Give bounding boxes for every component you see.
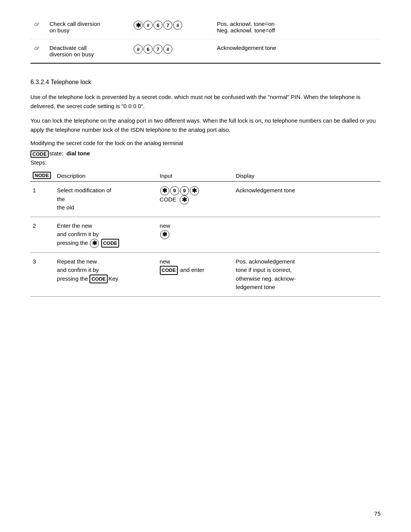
row2-desc: Enter the new and confirm it by pressing… (55, 217, 158, 252)
deactivate-desc: Deactivate calldiversion on busy (46, 39, 129, 64)
table-row: or Deactivate calldiversion on busy #67#… (30, 39, 381, 64)
row1-display: Acknowledgement tone (234, 182, 381, 217)
top-table: or Check call diversionon busy ✱#67# Pos… (30, 15, 381, 64)
check-call-desc: Check call diversionon busy (46, 15, 129, 39)
key-star3-r1: ✱ (180, 195, 189, 204)
table-row-1: 1 Select modification ofthethe old ✱99✱ … (30, 182, 381, 217)
row3-num: 3 (30, 252, 55, 296)
code-badge-r2: CODE (101, 239, 119, 248)
key-star2-r1: ✱ (190, 186, 199, 195)
header-display: Display (234, 169, 381, 182)
key-9a: 9 (170, 186, 179, 195)
check-call-keys: ✱#67# (129, 15, 213, 39)
key-9b: 9 (180, 186, 189, 195)
row2-num: 2 (30, 217, 55, 252)
deactivate-keys: #67# (129, 39, 213, 64)
key-hash1: # (143, 21, 153, 30)
code-badge-r3: CODE (89, 275, 108, 284)
row3-input: new CODE and enter (158, 252, 234, 296)
key-star: ✱ (134, 21, 143, 30)
row1-input: ✱99✱ CODE ✱ (158, 182, 234, 217)
steps-line: Steps: (30, 159, 381, 166)
state-value: dial tone (67, 150, 90, 157)
row2-input: new ✱ (158, 217, 234, 252)
paragraph-1: Use of the telephone lock is prevented b… (30, 93, 381, 111)
or-label-2: or (30, 39, 46, 64)
code-badge-input-r3: CODE (160, 266, 178, 275)
table-row-3: 3 Repeat the new and confirm it by press… (30, 252, 381, 296)
state-line: CODEstate: dial tone (30, 150, 381, 158)
key-hash4: # (163, 45, 172, 54)
modifying-label: Modifying the secret code for the lock o… (30, 140, 381, 146)
row1-num: 1 (30, 182, 55, 217)
state-text: state: (49, 150, 67, 157)
key-hash2: # (173, 21, 182, 30)
table-header-row: NODE Description Input Display (30, 169, 381, 182)
key-7: 7 (163, 21, 172, 30)
key-7b: 7 (153, 45, 162, 54)
key-star-input-r2: ✱ (160, 230, 169, 239)
section-heading: 6.3.2.4 Telephone lock (30, 79, 381, 86)
node-badge: NODE (33, 172, 51, 179)
header-description: Description (55, 169, 158, 182)
row1-desc: Select modification ofthethe old (55, 182, 158, 217)
row3-display: Pos. acknowledgementtone if input is cor… (234, 252, 381, 296)
key-hash3: # (134, 45, 143, 54)
key-6b: 6 (143, 45, 153, 54)
key-star-desc-r2: ✱ (90, 239, 99, 248)
key-6: 6 (153, 21, 162, 30)
deactivate-result: Acknowledgement tone (213, 39, 381, 64)
paragraph-2: You can lock the telephone on the analog… (30, 116, 381, 134)
page-number: 75 (374, 510, 381, 517)
or-label: or (30, 15, 46, 39)
table-row-2: 2 Enter the new and confirm it by pressi… (30, 217, 381, 252)
row2-display (234, 217, 381, 252)
code-state-badge: CODE (30, 150, 49, 158)
row3-desc: Repeat the new and confirm it by pressin… (55, 252, 158, 296)
table-row: or Check call diversionon busy ✱#67# Pos… (30, 15, 381, 39)
header-input: Input (158, 169, 234, 182)
check-call-result: Pos. acknowl. tone=onNeg. acknowl. tone=… (213, 15, 381, 39)
key-star-r1: ✱ (160, 186, 169, 195)
header-node: NODE (30, 169, 55, 182)
main-table: NODE Description Input Display 1 Select … (30, 169, 381, 297)
